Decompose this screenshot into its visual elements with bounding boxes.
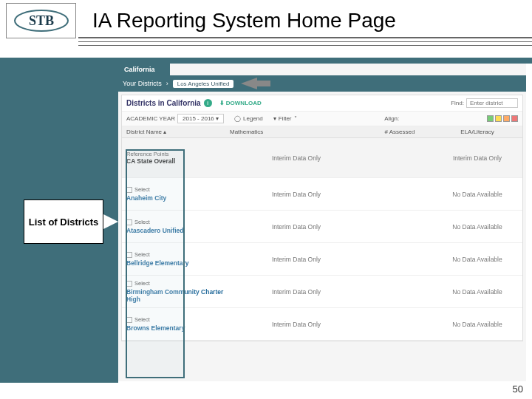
panel-header: Districts in California i ⬇ DOWNLOAD Fin… [122, 95, 522, 112]
checkbox-icon[interactable] [126, 187, 132, 193]
download-button[interactable]: ⬇ DOWNLOAD [219, 100, 262, 106]
legend-button[interactable]: ◯ Legend [234, 115, 263, 122]
row-name[interactable]: Browns Elementary [126, 324, 230, 332]
app-screenshot: California Your Districts › Los Angeles … [118, 64, 526, 381]
row-name[interactable]: Anaheim City [126, 194, 230, 202]
row-math: Interim Data Only [230, 154, 363, 162]
row-name[interactable]: Birmingham Community Charter High [126, 288, 230, 303]
row-ela: No Data Available [437, 256, 518, 263]
row-ela: No Data Available [437, 288, 518, 296]
column-headers: District Name ▴ Mathematics # Assessed E… [122, 126, 522, 138]
row-ela: No Data Available [437, 191, 518, 198]
row-math: Interim Data Only [230, 288, 363, 296]
table-row[interactable]: Select Anaheim City Interim Data Only No… [122, 178, 522, 211]
row-math: Interim Data Only [230, 223, 363, 231]
checkbox-icon[interactable] [126, 281, 132, 287]
row-ela: No Data Available [437, 223, 518, 231]
table-row[interactable]: Reference Points CA State Overall Interi… [122, 138, 522, 178]
col-ela: ELA/Literacy [437, 129, 518, 135]
svg-text:STB: STB [28, 13, 53, 28]
page-number: 50 [513, 383, 523, 395]
align-swatches[interactable] [487, 115, 518, 122]
row-ela: No Data Available [437, 321, 518, 328]
reference-label: Reference Points [126, 151, 230, 157]
checkbox-icon[interactable] [126, 252, 132, 258]
breadcrumb-bar: Your Districts › Los Angeles Unified [118, 75, 526, 92]
row-math: Interim Data Only [230, 256, 363, 263]
chevron-right-icon: › [166, 80, 168, 87]
table-row[interactable]: Select Birmingham Community Charter High… [122, 276, 522, 308]
checkbox-icon[interactable] [126, 219, 132, 225]
row-name: CA State Overall [126, 157, 230, 165]
col-mathematics: Mathematics [230, 129, 363, 135]
state-tab[interactable]: California [118, 64, 170, 75]
academic-year-control[interactable]: ACADEMIC YEAR 2015 - 2016 ▾ [126, 114, 224, 123]
table-row[interactable]: Select Bellridge Elementary Interim Data… [122, 243, 522, 276]
district-chip[interactable]: Los Angeles Unified [173, 80, 234, 88]
callout-list-of-districts: List of Districts [24, 200, 103, 244]
callout-arrow-icon [103, 214, 118, 229]
col-assessed: # Assessed [363, 129, 437, 135]
row-ela: Interim Data Only [437, 154, 518, 162]
your-districts-label: Your Districts [123, 80, 162, 87]
find-input[interactable] [466, 98, 518, 108]
panel-title: Districts in California [126, 99, 201, 107]
table-row[interactable]: Select Atascadero Unified Interim Data O… [122, 211, 522, 243]
col-district-name: District Name ▴ [126, 129, 230, 135]
divider-lines [78, 37, 532, 49]
row-math: Interim Data Only [230, 191, 363, 198]
callout-arrow-icon [241, 78, 257, 89]
districts-panel: Districts in California i ⬇ DOWNLOAD Fin… [121, 95, 523, 341]
align-label: Align: [384, 115, 399, 122]
filter-button[interactable]: ▾ Filter ˅ [273, 115, 297, 122]
toolbar: ACADEMIC YEAR 2015 - 2016 ▾ ◯ Legend ▾ F… [122, 112, 522, 126]
slide-title: IA Reporting System Home Page [92, 9, 396, 33]
checkbox-icon[interactable] [126, 317, 132, 323]
row-name[interactable]: Atascadero Unified [126, 227, 230, 234]
logo: STB [6, 3, 76, 38]
find-label: Find: [451, 100, 464, 106]
info-icon[interactable]: i [204, 99, 212, 107]
row-name[interactable]: Bellridge Elementary [126, 259, 230, 267]
row-math: Interim Data Only [230, 321, 363, 328]
table-row[interactable]: Select Browns Elementary Interim Data On… [122, 308, 522, 341]
